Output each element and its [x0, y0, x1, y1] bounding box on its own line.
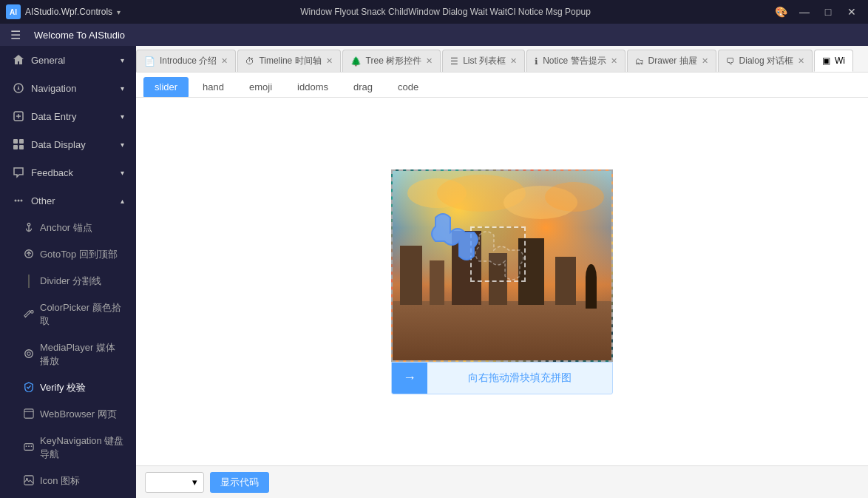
sidebar-label-anchor: Anchor 锚点: [40, 221, 92, 235]
sidebar-item-path[interactable]: Path 路径: [0, 494, 136, 498]
tab-icon-dialog: 🗨: [726, 56, 735, 67]
navigation-icon: [12, 81, 25, 95]
tab-label-wi: Wi: [835, 55, 845, 66]
sidebar-label-colorpicker: ColorPicker 颜色拾取: [40, 301, 124, 328]
tab-close-notice[interactable]: ✕: [611, 56, 617, 66]
tab-label-notice: Notice 警告提示: [543, 55, 606, 67]
tabs-bar: 📄 Introduce 介绍 ✕ ⏱ Timeline 时间轴 ✕ 🌲 Tree…: [136, 46, 868, 73]
canvas-area: → 向右拖动滑块填充拼图: [136, 98, 868, 465]
puzzle-image-inner: [393, 171, 611, 360]
code-select[interactable]: ▾: [145, 472, 204, 493]
sub-tab-label-drag: drag: [353, 81, 373, 92]
divider-line: [28, 275, 30, 288]
sub-tab-label-code: code: [398, 81, 418, 92]
svg-point-8: [21, 200, 23, 202]
tab-label-drawer: Drawer 抽屉: [648, 55, 697, 67]
anchor-icon: [24, 222, 34, 235]
sidebar-item-other[interactable]: Other ▴: [0, 186, 136, 215]
sidebar-label-mediaplayer: MediaPlayer 媒体播放: [40, 341, 124, 368]
svg-rect-19: [24, 475, 33, 484]
sidebar-item-colorpicker[interactable]: ColorPicker 颜色拾取: [0, 295, 136, 334]
sub-tabs: slider hand emoji iddoms drag code: [136, 73, 868, 98]
sidebar-item-anchor[interactable]: Anchor 锚点: [0, 215, 136, 241]
tab-list[interactable]: ☰ List 列表框 ✕: [442, 50, 525, 72]
minimize-button[interactable]: —: [794, 4, 815, 20]
tab-label-tree: Tree 树形控件: [366, 55, 422, 67]
tab-introduce[interactable]: 📄 Introduce 介绍 ✕: [136, 50, 236, 72]
puzzle-slider-text: 向右拖动滑块填充拼图: [427, 371, 612, 385]
menu-home-title[interactable]: Welcome To AIStudio: [27, 27, 132, 44]
puzzle-slider-handle[interactable]: →: [392, 362, 427, 394]
arrow-icon-data-entry: ▾: [121, 112, 124, 121]
sidebar-label-other: Other: [31, 195, 55, 206]
sidebar-item-mediaplayer[interactable]: MediaPlayer 媒体播放: [0, 334, 136, 374]
tab-tree[interactable]: 🌲 Tree 树形控件 ✕: [342, 50, 441, 72]
sidebar-item-data-display[interactable]: Data Display ▾: [0, 130, 136, 158]
show-code-button[interactable]: 显示代码: [210, 472, 269, 493]
sidebar-item-webbrowser[interactable]: WebBrowser 网页: [0, 401, 136, 428]
tab-label-list: List 列表框: [463, 55, 506, 67]
tab-close-dialog[interactable]: ✕: [798, 56, 804, 66]
tab-icon-list: ☰: [450, 56, 458, 67]
menu-bar: ☰ Welcome To AIStudio: [0, 24, 868, 46]
tab-icon-introduce: 📄: [144, 56, 155, 67]
select-chevron-icon: ▾: [192, 477, 197, 488]
gotop-icon: [24, 249, 34, 261]
data-display-icon: [12, 138, 25, 151]
title-bar-left: AI AIStudio.Wpf.Controls ▾: [6, 4, 121, 19]
sub-tab-slider[interactable]: slider: [143, 77, 189, 97]
sidebar-item-divider[interactable]: Divider 分割线: [0, 268, 136, 295]
sub-tab-iddoms[interactable]: iddoms: [286, 77, 339, 97]
sidebar-item-data-entry[interactable]: Data Entry ▾: [0, 102, 136, 130]
bottom-bar: ▾ 显示代码: [136, 465, 868, 498]
svg-rect-16: [26, 445, 27, 447]
svg-rect-2: [13, 139, 18, 144]
sidebar-label-webbrowser: WebBrowser 网页: [40, 408, 117, 421]
tab-close-drawer[interactable]: ✕: [702, 56, 708, 66]
mediaplayer-icon: [24, 349, 34, 361]
tab-icon-tree: 🌲: [350, 56, 362, 67]
sidebar-item-general[interactable]: General ▾: [0, 46, 136, 74]
slider-arrow-icon: →: [403, 370, 416, 386]
maximize-button[interactable]: □: [818, 4, 838, 20]
tab-close-introduce[interactable]: ✕: [221, 56, 228, 66]
sub-tab-label-hand: hand: [203, 81, 224, 92]
tab-close-tree[interactable]: ✕: [426, 56, 433, 66]
theme-button[interactable]: 🎨: [770, 4, 791, 20]
tab-close-timeline[interactable]: ✕: [326, 56, 333, 66]
tab-dialog[interactable]: 🗨 Dialog 对话框 ✕: [718, 50, 813, 72]
sidebar-item-gotop[interactable]: GotoTop 回到顶部: [0, 241, 136, 268]
sub-tab-hand[interactable]: hand: [191, 77, 235, 97]
svg-point-12: [25, 349, 33, 357]
sidebar-label-gotop: GotoTop 回到顶部: [40, 248, 118, 261]
sub-tab-label-iddoms: iddoms: [297, 81, 328, 92]
sidebar-item-navigation[interactable]: Navigation ▾: [0, 74, 136, 102]
app-name: AIStudio.Wpf.Controls: [25, 7, 112, 17]
sidebar-label-data-display: Data Display: [31, 139, 86, 150]
sub-tab-code[interactable]: code: [387, 77, 430, 97]
sub-tab-drag[interactable]: drag: [342, 77, 384, 97]
tab-close-list[interactable]: ✕: [510, 56, 517, 66]
sub-tab-emoji[interactable]: emoji: [238, 77, 283, 97]
tab-label-dialog: Dialog 对话框: [739, 55, 793, 67]
tab-timeline[interactable]: ⏱ Timeline 时间轴 ✕: [237, 50, 340, 72]
title-bar: AI AIStudio.Wpf.Controls ▾ Window Flyout…: [0, 0, 868, 24]
sidebar-label-data-entry: Data Entry: [31, 111, 76, 122]
tab-notice[interactable]: ℹ Notice 警告提示 ✕: [526, 50, 625, 72]
sidebar-item-icon[interactable]: Icon 图标: [0, 468, 136, 494]
sidebar-label-divider: Divider 分割线: [40, 275, 101, 288]
puzzle-slider-bar[interactable]: → 向右拖动滑块填充拼图: [391, 362, 613, 394]
close-button[interactable]: ✕: [841, 4, 862, 20]
sidebar-item-verify[interactable]: Verify 校验: [0, 374, 136, 401]
tab-drawer[interactable]: 🗂 Drawer 抽屉 ✕: [627, 50, 716, 72]
sidebar-item-feedback[interactable]: Feedback ▾: [0, 158, 136, 186]
menu-hamburger-icon[interactable]: ☰: [6, 25, 25, 45]
sub-tab-label-slider: slider: [155, 81, 177, 92]
arrow-icon-feedback: ▾: [121, 169, 124, 177]
tab-wi[interactable]: ▣ Wi: [814, 50, 853, 72]
sidebar-item-keynavigation[interactable]: KeyNavigation 键盘导航: [0, 428, 136, 468]
svg-rect-3: [19, 139, 24, 144]
sidebar-label-general: General: [31, 55, 65, 66]
icon-icon: [24, 475, 34, 488]
sidebar-label-navigation: Navigation: [31, 83, 76, 94]
